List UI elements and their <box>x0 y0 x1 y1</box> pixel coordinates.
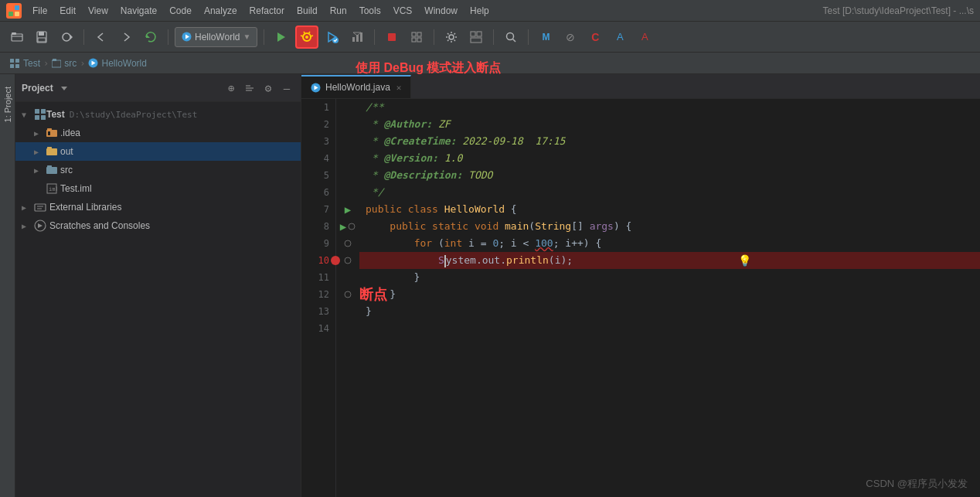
menu-build[interactable]: Build <box>292 4 322 18</box>
tree-icon-src <box>46 165 57 175</box>
gear-icon[interactable]: ⚙ <box>260 80 276 96</box>
tree-item-scratch[interactable]: ▶ Scratches and Consoles <box>15 216 301 235</box>
svg-rect-1 <box>15 5 19 10</box>
sync-button[interactable] <box>56 26 77 48</box>
svg-rect-23 <box>356 35 359 42</box>
breadcrumb-src-icon <box>52 59 61 68</box>
tree-item-iml[interactable]: iml Test.iml <box>15 179 301 198</box>
forward-button[interactable] <box>115 26 137 48</box>
layout-button[interactable] <box>465 26 487 48</box>
tree-arrow-test[interactable]: ▼ <box>22 111 31 119</box>
svg-rect-50 <box>41 109 46 114</box>
tree-arrow-idea[interactable]: ▶ <box>34 129 43 138</box>
collapse-all-button[interactable] <box>242 80 257 96</box>
gutter-3 <box>336 133 359 150</box>
tree-label-test: Test <box>46 109 65 120</box>
line-num-11: 11 <box>301 269 335 286</box>
debug-marker-10 <box>344 257 352 264</box>
gutter-7[interactable]: ▶ <box>336 201 359 218</box>
menu-file[interactable]: File <box>28 4 52 18</box>
menu-vcs[interactable]: VCS <box>389 4 417 18</box>
debug-marker-8 <box>348 223 356 230</box>
plugin-btn-4[interactable]: A <box>609 26 631 48</box>
open-button[interactable] <box>6 26 28 48</box>
run-arrow-8[interactable]: ▶ <box>340 220 346 233</box>
svg-rect-57 <box>47 147 52 149</box>
tab-close-icon[interactable]: ✕ <box>396 83 402 93</box>
svg-rect-37 <box>10 59 14 63</box>
minimize-sidebar-button[interactable]: — <box>279 80 294 96</box>
code-line-5: * @Description: TODO <box>359 167 980 184</box>
svg-rect-59 <box>47 165 52 168</box>
tree-icon-iml: iml <box>46 183 57 194</box>
settings-button[interactable] <box>441 26 462 48</box>
tree-arrow-src[interactable]: ▶ <box>34 166 43 175</box>
tree-arrow-ext-lib[interactable]: ▶ <box>22 203 31 212</box>
panel-tab-project-label[interactable]: 1: Project <box>1 80 15 128</box>
profile-button[interactable] <box>346 26 368 48</box>
line-num-6: 6 <box>301 184 335 201</box>
back-button[interactable] <box>90 26 112 48</box>
debug-marker-9 <box>344 240 352 247</box>
menu-code[interactable]: Code <box>165 4 196 18</box>
menu-edit[interactable]: Edit <box>55 4 80 18</box>
menu-window[interactable]: Window <box>420 4 462 18</box>
debug-button[interactable] <box>295 26 318 49</box>
add-file-button[interactable]: ⊕ <box>223 80 239 96</box>
code-editor: 1 2 3 4 5 6 7 8 9 10 11 12 13 14 <box>301 99 980 497</box>
plugin-btn-1[interactable]: M <box>535 26 556 48</box>
save-button[interactable] <box>31 26 53 48</box>
tree-item-out[interactable]: ▶ out <box>15 142 301 161</box>
svg-point-15 <box>305 36 308 39</box>
svg-rect-58 <box>46 167 57 174</box>
tree-arrow-scratch[interactable]: ▶ <box>22 222 31 230</box>
run-arrow-7[interactable]: ▶ <box>345 203 351 216</box>
plugin-btn-2[interactable]: ⊘ <box>560 26 581 48</box>
line-num-13: 13 <box>301 303 335 320</box>
breadcrumb-file[interactable]: HelloWorld <box>101 58 146 69</box>
menu-refactor[interactable]: Refactor <box>245 4 289 18</box>
sidebar-actions: ⊕ ⚙ — <box>223 80 294 96</box>
tree-item-ext-lib[interactable]: ▶ External Libraries <box>15 198 301 216</box>
tree-label-ext-lib: External Libraries <box>49 202 121 213</box>
sidebar-header: Project ⊕ ⚙ — <box>15 74 301 102</box>
menu-view[interactable]: View <box>83 4 113 18</box>
svg-rect-34 <box>471 38 481 43</box>
svg-rect-42 <box>53 59 56 61</box>
breadcrumb-test[interactable]: Test <box>23 58 40 69</box>
svg-rect-26 <box>388 33 396 41</box>
editor-tab-helloworld[interactable]: HelloWorld.java ✕ <box>301 75 411 98</box>
search-button[interactable] <box>500 26 522 48</box>
separator-4 <box>374 29 375 45</box>
run-config-dropdown[interactable]: HelloWorld ▼ <box>175 27 257 47</box>
build-button[interactable] <box>406 26 427 48</box>
svg-rect-33 <box>477 32 481 36</box>
tree-path-test: D:\study\IdeaProject\Test <box>70 110 198 120</box>
revert-button[interactable] <box>140 26 162 48</box>
tree-item-src[interactable]: ▶ src <box>15 161 301 179</box>
plugin-btn-5[interactable]: A <box>634 26 655 48</box>
gutter-13 <box>336 303 359 320</box>
menu-analyze[interactable]: Analyze <box>199 4 242 18</box>
gutter-8[interactable]: ▶ <box>336 218 359 235</box>
code-content[interactable]: /** * @Author: ZF * @CreateTime: 2022-09… <box>359 99 980 497</box>
menu-navigate[interactable]: Navigate <box>116 4 162 18</box>
menu-help[interactable]: Help <box>465 4 494 18</box>
menu-run[interactable]: Run <box>325 4 352 18</box>
svg-text:iml: iml <box>49 186 57 192</box>
menu-tools[interactable]: Tools <box>355 4 386 18</box>
plugin-btn-3[interactable]: C <box>584 26 606 48</box>
breadcrumb-src[interactable]: src <box>64 58 77 69</box>
tree-item-test[interactable]: ▼ Test D:\study\IdeaProject\Test <box>15 105 301 124</box>
line-num-3: 3 <box>301 133 335 150</box>
tree-item-idea[interactable]: ▶ .idea <box>15 124 301 142</box>
stop-button[interactable] <box>381 26 403 48</box>
run-button[interactable] <box>271 26 292 48</box>
gutter-6 <box>336 184 359 201</box>
lightbulb-icon[interactable]: 💡 <box>738 252 751 269</box>
tree-arrow-out[interactable]: ▶ <box>34 148 43 156</box>
breadcrumb-file-icon <box>88 58 98 68</box>
gutter-1 <box>336 99 359 116</box>
tab-file-icon <box>311 83 321 93</box>
run-with-coverage-button[interactable] <box>322 26 343 48</box>
